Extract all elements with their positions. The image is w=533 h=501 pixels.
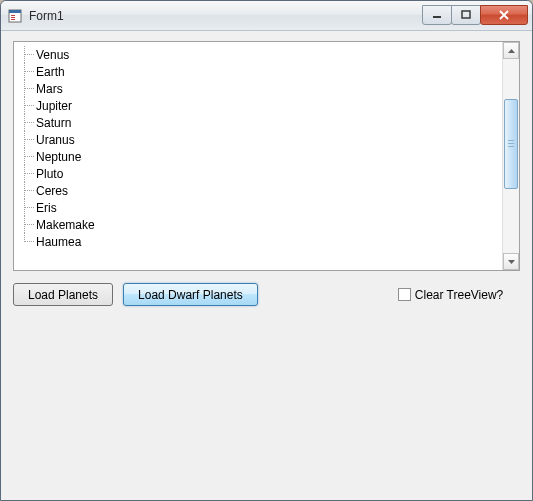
tree-item-label: Neptune bbox=[36, 150, 81, 164]
load-planets-button[interactable]: Load Planets bbox=[13, 283, 113, 306]
app-icon bbox=[7, 8, 23, 24]
tree-item[interactable]: Pluto bbox=[16, 165, 500, 182]
tree-item[interactable]: Earth bbox=[16, 63, 500, 80]
button-row: Load Planets Load Dwarf Planets Clear Tr… bbox=[13, 283, 520, 306]
scroll-thumb[interactable] bbox=[504, 99, 518, 189]
tree-item-label: Earth bbox=[36, 65, 65, 79]
clear-treeview-checkbox-group: Clear TreeView? bbox=[398, 288, 504, 302]
treeview-control[interactable]: Venus Earth Mars Jupiter Saturn Uranus N… bbox=[13, 41, 520, 271]
titlebar[interactable]: Form1 bbox=[1, 1, 532, 31]
vertical-scrollbar[interactable] bbox=[502, 42, 519, 270]
close-button[interactable] bbox=[480, 5, 528, 25]
tree-item[interactable]: Venus bbox=[16, 46, 500, 63]
svg-rect-2 bbox=[11, 15, 15, 16]
tree-item-label: Saturn bbox=[36, 116, 71, 130]
tree-item[interactable]: Saturn bbox=[16, 114, 500, 131]
tree-item[interactable]: Jupiter bbox=[16, 97, 500, 114]
svg-rect-6 bbox=[462, 11, 470, 18]
treeview-list[interactable]: Venus Earth Mars Jupiter Saturn Uranus N… bbox=[14, 42, 502, 270]
tree-item-label: Ceres bbox=[36, 184, 68, 198]
window-title: Form1 bbox=[29, 9, 423, 23]
application-window: Form1 Venus Earth Mars Jupiter Saturn Ur… bbox=[0, 0, 533, 501]
tree-item[interactable]: Mars bbox=[16, 80, 500, 97]
svg-rect-4 bbox=[11, 19, 15, 20]
tree-item-label: Haumea bbox=[36, 235, 81, 249]
tree-item-label: Eris bbox=[36, 201, 57, 215]
load-dwarf-planets-button[interactable]: Load Dwarf Planets bbox=[123, 283, 258, 306]
tree-item-label: Uranus bbox=[36, 133, 75, 147]
scroll-track[interactable] bbox=[503, 59, 519, 253]
clear-treeview-checkbox[interactable] bbox=[398, 288, 411, 301]
tree-item[interactable]: Ceres bbox=[16, 182, 500, 199]
minimize-button[interactable] bbox=[422, 5, 452, 25]
maximize-button[interactable] bbox=[451, 5, 481, 25]
tree-item[interactable]: Makemake bbox=[16, 216, 500, 233]
client-area: Venus Earth Mars Jupiter Saturn Uranus N… bbox=[1, 31, 532, 500]
scroll-down-button[interactable] bbox=[503, 253, 519, 270]
tree-item-label: Jupiter bbox=[36, 99, 72, 113]
tree-item[interactable]: Haumea bbox=[16, 233, 500, 250]
tree-item[interactable]: Uranus bbox=[16, 131, 500, 148]
scroll-up-button[interactable] bbox=[503, 42, 519, 59]
tree-item-label: Pluto bbox=[36, 167, 63, 181]
tree-item[interactable]: Neptune bbox=[16, 148, 500, 165]
tree-item-label: Mars bbox=[36, 82, 63, 96]
svg-rect-5 bbox=[433, 16, 441, 18]
clear-treeview-label[interactable]: Clear TreeView? bbox=[415, 288, 504, 302]
window-control-buttons bbox=[423, 6, 528, 25]
tree-item-label: Makemake bbox=[36, 218, 95, 232]
tree-item-label: Venus bbox=[36, 48, 69, 62]
svg-rect-3 bbox=[11, 17, 15, 18]
svg-rect-1 bbox=[9, 10, 21, 13]
tree-item[interactable]: Eris bbox=[16, 199, 500, 216]
